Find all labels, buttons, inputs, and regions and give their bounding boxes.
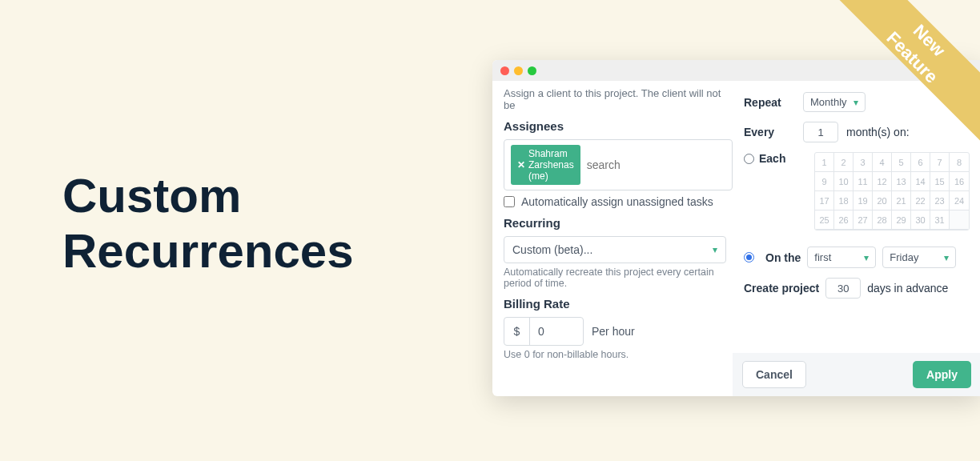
assignees-label: Assignees [504,119,733,133]
billing-row: $ 0 Per hour [504,317,733,346]
day-cell[interactable]: 30 [911,210,930,230]
day-cell[interactable]: 18 [834,191,853,210]
repeat-value: Monthly [810,96,847,108]
create-project-label: Create project [744,282,819,295]
weekday-select[interactable]: Friday ▾ [882,247,956,268]
recurring-value: Custom (beta)... [512,243,592,256]
apply-button[interactable]: Apply [913,361,971,388]
day-cell[interactable]: 14 [911,172,930,191]
minimize-icon[interactable] [514,66,523,75]
day-cell[interactable]: 9 [815,172,834,191]
day-cell[interactable]: 11 [853,172,873,191]
cancel-button[interactable]: Cancel [742,361,806,388]
each-radio[interactable] [744,154,754,164]
weekday-value: Friday [890,251,918,263]
day-cell[interactable]: 7 [930,153,950,172]
billing-label: Billing Rate [504,297,733,311]
every-label: Every [744,126,795,138]
close-icon[interactable] [500,66,509,75]
day-cell[interactable]: 2 [834,153,853,172]
recurrence-settings: Repeat Monthly ▾ Every 1 month(s) on: Ea… [733,81,980,396]
auto-assign-row[interactable]: Automatically assign unassigned tasks [504,195,733,208]
project-form: Assign a client to this project. The cli… [492,81,733,396]
day-cell[interactable]: 31 [930,210,950,230]
day-cell[interactable]: 29 [892,210,911,230]
recurring-label: Recurring [504,216,733,230]
advance-input[interactable]: 30 [825,278,861,299]
hero-line-2: Recurrences [62,223,354,279]
recurring-hint: Automatically recreate this project ever… [504,267,726,289]
ordinal-select[interactable]: first ▾ [807,247,876,268]
billing-value: 0 [530,318,544,345]
on-the-label: On the [765,251,801,264]
hero-title: Custom Recurrences [62,168,354,279]
chip-label: Shahram Zarshenas (me) [528,148,574,182]
day-cell[interactable]: 22 [911,191,930,210]
chevron-down-icon: ▾ [853,97,858,108]
advance-suffix: days in advance [867,282,948,295]
day-cell[interactable]: 4 [873,153,892,172]
maximize-icon[interactable] [528,66,536,75]
chevron-down-icon: ▾ [864,252,869,263]
every-suffix: month(s) on: [846,126,910,138]
repeat-label: Repeat [744,96,795,109]
day-cell[interactable]: 28 [873,210,892,230]
billing-input[interactable]: $ 0 [504,317,584,346]
on-the-radio[interactable] [744,252,754,263]
day-cell[interactable]: 1 [815,153,834,172]
day-cell[interactable]: 12 [873,172,892,191]
currency-symbol: $ [504,318,530,345]
day-cell[interactable]: 15 [930,172,950,191]
chevron-down-icon: ▾ [713,244,717,255]
dialog-footer: Cancel Apply [733,353,980,396]
day-cell[interactable]: 25 [815,210,834,230]
day-cell[interactable]: 26 [834,210,853,230]
every-input[interactable]: 1 [803,122,838,142]
app-window: Assign a client to this project. The cli… [492,60,980,396]
auto-assign-checkbox[interactable] [504,196,515,207]
day-cell[interactable]: 5 [892,153,911,172]
billing-hint: Use 0 for non-billable hours. [504,349,726,360]
day-cell[interactable]: 17 [815,191,834,210]
day-cell[interactable]: 23 [930,191,950,210]
per-hour-label: Per hour [592,325,635,338]
auto-assign-label: Automatically assign unassigned tasks [521,195,713,208]
each-label: Each [759,152,785,165]
remove-chip-icon[interactable]: ✕ [517,159,525,170]
day-cell[interactable]: 20 [873,191,892,210]
day-cell[interactable]: 3 [853,153,873,172]
assignee-chip[interactable]: ✕ Shahram Zarshenas (me) [511,145,580,185]
day-cell[interactable]: 24 [950,191,969,210]
day-cell[interactable]: 8 [950,153,969,172]
day-cell[interactable]: 21 [892,191,911,210]
chevron-down-icon: ▾ [944,252,949,263]
day-cell-empty [950,210,969,230]
recurring-select[interactable]: Custom (beta)... ▾ [504,236,726,263]
assignee-search-input[interactable] [587,158,727,171]
day-cell[interactable]: 27 [853,210,873,230]
day-cell[interactable]: 10 [834,172,853,191]
assignees-input[interactable]: ✕ Shahram Zarshenas (me) [504,139,733,190]
day-cell[interactable]: 13 [892,172,911,191]
day-cell[interactable]: 6 [911,153,930,172]
day-cell[interactable]: 16 [950,172,969,191]
ordinal-value: first [814,251,831,263]
day-grid[interactable]: 1234567891011121314151617181920212223242… [814,152,970,230]
client-hint: Assign a client to this project. The cli… [504,87,733,111]
repeat-select[interactable]: Monthly ▾ [803,92,866,112]
hero-line-1: Custom [62,168,354,223]
day-cell[interactable]: 19 [853,191,873,210]
